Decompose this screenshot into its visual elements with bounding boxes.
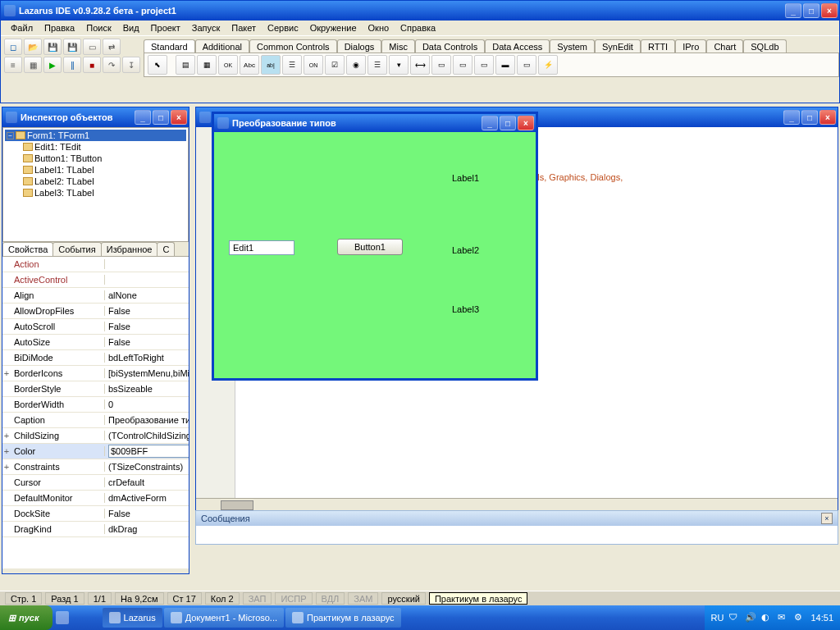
step-into-button[interactable]: ↧: [122, 57, 140, 73]
property-row-allowdropfiles[interactable]: AllowDropFilesFalse: [2, 304, 189, 319]
component-tab-sqldb[interactable]: SQLdb: [743, 39, 786, 52]
property-row-borderwidth[interactable]: BorderWidth0: [2, 397, 189, 413]
selection-tool[interactable]: ⬉: [148, 55, 167, 75]
button1[interactable]: Button1: [337, 239, 403, 255]
tree-item[interactable]: Label2: TLabel: [5, 176, 186, 187]
minimize-button[interactable]: _: [135, 110, 151, 125]
tscrollbar-comp[interactable]: ⟷: [410, 55, 430, 75]
tpanel-comp[interactable]: ▬: [495, 55, 515, 75]
horizontal-scrollbar[interactable]: [196, 498, 838, 511]
component-tab-data-controls[interactable]: Data Controls: [415, 39, 485, 52]
menu-Окружение[interactable]: Окружение: [305, 22, 362, 34]
menu-Поиск[interactable]: Поиск: [81, 22, 116, 34]
inspector-tab[interactable]: События: [52, 242, 101, 256]
tlistbox-comp[interactable]: ☰: [368, 55, 387, 75]
close-button[interactable]: ×: [171, 110, 187, 125]
component-tab-system[interactable]: System: [550, 39, 595, 52]
label3[interactable]: Label3: [452, 304, 479, 314]
property-row-docksite[interactable]: DockSiteFalse: [2, 506, 189, 522]
component-tab-standard[interactable]: Standard: [144, 39, 195, 52]
messages-titlebar[interactable]: Сообщения ×: [196, 511, 838, 526]
property-row-autosize[interactable]: AutoSizeFalse: [2, 335, 189, 350]
open-button[interactable]: 📂: [24, 39, 42, 55]
maximize-button[interactable]: □: [500, 116, 516, 130]
new-form-button[interactable]: ▭: [83, 39, 101, 55]
component-tab-dialogs[interactable]: Dialogs: [337, 39, 382, 52]
close-button[interactable]: ×: [518, 116, 534, 130]
property-row-defaultmonitor[interactable]: DefaultMonitordmActiveForm: [2, 491, 189, 506]
component-tab-rtti[interactable]: RTTI: [641, 39, 675, 52]
component-tab-chart[interactable]: Chart: [706, 39, 743, 52]
menu-Справка[interactable]: Справка: [395, 22, 441, 34]
close-button[interactable]: ×: [819, 110, 836, 125]
property-row-activecontrol[interactable]: ActiveControl: [2, 272, 189, 288]
tmemo-comp[interactable]: ☰: [282, 55, 302, 75]
edit1[interactable]: Edit1: [229, 240, 294, 255]
tree-item[interactable]: Label3: TLabel: [5, 187, 186, 199]
maximize-button[interactable]: □: [803, 3, 819, 18]
menu-Проект[interactable]: Проект: [146, 22, 185, 34]
tray-icon[interactable]: 🛡: [728, 612, 740, 623]
property-grid[interactable]: ActionActiveControlAlignalNoneAllowDropF…: [2, 257, 189, 568]
property-row-caption[interactable]: CaptionПреобразование типов: [2, 413, 189, 428]
save-all-button[interactable]: 💾: [63, 39, 81, 55]
property-row-color[interactable]: +Color▾…: [2, 444, 189, 459]
property-row-align[interactable]: AlignalNone: [2, 288, 189, 304]
property-row-childsizing[interactable]: +ChildSizing(TControlChildSizing): [2, 428, 189, 444]
tactionlist-comp[interactable]: ⚡: [538, 55, 558, 75]
property-row-cursor[interactable]: CursorcrDefault: [2, 475, 189, 491]
menu-Сервис[interactable]: Сервис: [262, 22, 304, 34]
property-row-bidimode[interactable]: BiDiModebdLeftToRight: [2, 350, 189, 366]
view-units-button[interactable]: ≡: [4, 57, 22, 73]
tradiogroup-comp[interactable]: ▭: [453, 55, 472, 75]
pause-button[interactable]: ‖: [63, 57, 81, 73]
tgroupbox-comp[interactable]: ▭: [431, 55, 451, 75]
component-tab-misc[interactable]: Misc: [381, 39, 415, 52]
maximize-button[interactable]: □: [153, 110, 169, 125]
tray-icon[interactable]: ◐: [761, 612, 773, 623]
form-titlebar[interactable]: Преобразование типов _ □ ×: [214, 114, 536, 132]
messages-body[interactable]: [196, 526, 838, 544]
tcheckbox-comp[interactable]: ☑: [325, 55, 345, 75]
label2[interactable]: Label2: [452, 245, 479, 255]
property-row-action[interactable]: Action: [2, 257, 189, 272]
component-tree[interactable]: − Form1: TForm1 Edit1: TEdit Button1: TB…: [2, 127, 189, 242]
tlabel-comp[interactable]: Abc: [240, 55, 259, 75]
inspector-tab[interactable]: Избранное: [101, 242, 158, 256]
menu-Правка[interactable]: Правка: [39, 22, 80, 34]
tree-item[interactable]: Edit1: TEdit: [5, 141, 186, 153]
task-button[interactable]: Lazarus: [103, 608, 162, 628]
clock[interactable]: 14:51: [810, 613, 833, 623]
close-icon[interactable]: ×: [821, 513, 833, 524]
task-button[interactable]: Документ1 - Microso...: [164, 608, 284, 628]
step-over-button[interactable]: ↷: [103, 57, 121, 73]
tcombobox-comp[interactable]: ▾: [389, 55, 409, 75]
inspector-tab[interactable]: Свойства: [2, 242, 53, 256]
label1[interactable]: Label1: [452, 173, 479, 183]
property-row-borderstyle[interactable]: BorderStylebsSizeable: [2, 381, 189, 397]
run-button[interactable]: ▶: [43, 57, 62, 73]
stop-button[interactable]: ■: [83, 57, 101, 73]
maximize-button[interactable]: □: [801, 110, 818, 125]
property-row-dragkind[interactable]: DragKinddkDrag: [2, 522, 189, 537]
tcheckgroup-comp[interactable]: ▭: [474, 55, 494, 75]
minimize-button[interactable]: _: [785, 3, 801, 18]
tray-icon[interactable]: ✉: [778, 612, 789, 623]
tradiobutton-comp[interactable]: ◉: [346, 55, 366, 75]
save-button[interactable]: 💾: [43, 39, 62, 55]
design-form-window[interactable]: Преобразование типов _ □ × Label1 Edit1 …: [212, 112, 538, 381]
view-forms-button[interactable]: ▦: [24, 57, 42, 73]
form-canvas[interactable]: Label1 Edit1 Button1 Label2 Label3: [214, 132, 536, 378]
lang-indicator[interactable]: RU: [711, 613, 724, 623]
ide-titlebar[interactable]: Lazarus IDE v0.9.28.2 бета - project1 _ …: [1, 1, 839, 21]
toggle-form-button[interactable]: ⇄: [103, 39, 121, 55]
tree-root[interactable]: − Form1: TForm1: [5, 130, 186, 141]
component-tab-synedit[interactable]: SynEdit: [595, 39, 641, 52]
component-tab-common-controls[interactable]: Common Controls: [249, 39, 337, 52]
ql-icon[interactable]: [56, 611, 69, 624]
tedit-comp[interactable]: ab|: [261, 55, 281, 75]
system-tray[interactable]: RU 🛡 🔊 ◐ ✉ ⚙ 14:51: [705, 605, 840, 630]
menu-Файл[interactable]: Файл: [6, 22, 38, 34]
component-tab-additional[interactable]: Additional: [195, 39, 249, 52]
menu-Запуск[interactable]: Запуск: [187, 22, 225, 34]
